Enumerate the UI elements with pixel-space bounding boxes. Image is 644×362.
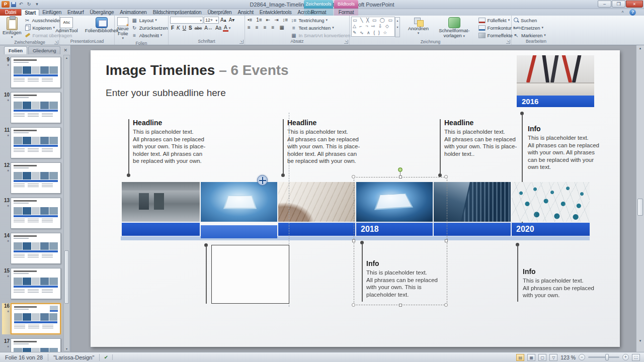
section-button[interactable]: ≡Abschnitt▾ bbox=[131, 32, 168, 39]
slide-thumbnail-15[interactable]: 15✶ bbox=[2, 268, 63, 299]
fit-to-window-icon[interactable]: ⛶ bbox=[632, 354, 640, 361]
zoom-slider-thumb[interactable] bbox=[605, 354, 609, 360]
timeline-event-6[interactable]: 2020 bbox=[512, 182, 590, 236]
arrange-button[interactable]: Anordnen▾ bbox=[407, 17, 430, 39]
pane-close-icon[interactable]: ✕ bbox=[63, 48, 67, 53]
timeline-event-2[interactable] bbox=[201, 182, 277, 238]
numbering-icon[interactable]: 1≡ bbox=[255, 17, 263, 24]
slide-subtitle[interactable]: Enter your subheadline here bbox=[106, 87, 226, 99]
shadow-button[interactable]: S bbox=[188, 25, 193, 32]
selection-handle-w[interactable] bbox=[352, 239, 355, 242]
tab-entwurf[interactable]: Entwurf bbox=[64, 9, 87, 16]
slide-title[interactable]: Image Timelines – 6 Events bbox=[106, 62, 289, 78]
admintool-button[interactable]: Abc AdminTool bbox=[54, 17, 78, 39]
slide-thumbnail-10[interactable]: 10✶ bbox=[2, 92, 63, 123]
font-color-button[interactable]: A bbox=[223, 25, 228, 32]
layout-button[interactable]: ▦Layout▾ bbox=[131, 17, 168, 24]
shapes-gallery[interactable]: ▭ ╲ ╳ ▭ ◯ ▭ △ ⌐ ¬ ⇨ ⇩ ◇ ✎ ∿ ∧ { } ☆ ▴ ▾ bbox=[351, 17, 395, 37]
timeline-event-3[interactable] bbox=[278, 182, 355, 236]
tab-folien[interactable]: Folien bbox=[4, 46, 27, 54]
decrease-indent-icon[interactable]: ⇤ bbox=[265, 17, 271, 24]
align-text-button[interactable]: ≡Text ausrichten▾ bbox=[290, 24, 350, 31]
slide-thumbnail-13[interactable]: 13✶ bbox=[2, 198, 63, 229]
scroll-up-icon[interactable]: ▴ bbox=[636, 46, 644, 50]
tab-animationen[interactable]: Animationen bbox=[117, 9, 149, 16]
timeline-event-2016[interactable]: 2016 bbox=[517, 55, 594, 107]
line-spacing-icon[interactable]: ↕≡ bbox=[282, 17, 289, 24]
close-button[interactable]: × bbox=[626, 1, 643, 8]
headline-block-2[interactable]: Headline This is placeholder text. All p… bbox=[287, 119, 372, 165]
selection-handle-s[interactable] bbox=[399, 304, 402, 307]
font-name-select[interactable]: ▾ bbox=[170, 17, 203, 24]
shapes-row-1[interactable]: ▭ ╲ ╳ ▭ ◯ ▭ bbox=[353, 18, 393, 23]
bold-button[interactable]: F bbox=[170, 25, 175, 32]
minimize-button[interactable]: ‒ bbox=[598, 1, 611, 8]
slide-thumbnail-17[interactable]: 17✶ bbox=[2, 338, 63, 352]
convert-smartart-button[interactable]: ▦In SmartArt konvertieren bbox=[290, 32, 350, 39]
character-spacing-button[interactable]: A↔ bbox=[203, 25, 214, 32]
shapes-row-3[interactable]: ✎ ∿ ∧ { } ☆ bbox=[353, 30, 393, 36]
shapes-scroll-up-icon[interactable]: ▴ bbox=[395, 18, 399, 24]
tab-einfuegen[interactable]: Einfügen bbox=[39, 9, 64, 16]
font-size-select[interactable]: 12+▾ bbox=[204, 17, 219, 24]
selection-handle-e[interactable] bbox=[445, 239, 448, 242]
scroll-thumb[interactable] bbox=[637, 199, 643, 216]
reading-view-button[interactable]: ▢ bbox=[538, 354, 546, 361]
tab-gliederung[interactable]: Gliederung bbox=[28, 46, 60, 54]
elevator-lobby-photo[interactable] bbox=[122, 182, 200, 222]
restore-button[interactable]: ❒ bbox=[612, 1, 625, 8]
selection-handle-ne[interactable] bbox=[444, 175, 448, 178]
tab-start[interactable]: Start bbox=[21, 9, 39, 16]
grow-font-icon[interactable]: A▴ bbox=[219, 17, 227, 24]
columns-icon[interactable]: ▦ bbox=[278, 24, 285, 31]
shape-outline-button[interactable]: Formkontur▾ bbox=[478, 24, 516, 31]
replace-button[interactable]: a⇄bErsetzen▾ bbox=[513, 24, 546, 31]
shrink-font-icon[interactable]: A▾ bbox=[228, 17, 236, 24]
editor-scrollbar[interactable]: ▴ ▾ bbox=[636, 45, 644, 352]
tab-ueberpruefen[interactable]: Überprüfen bbox=[204, 9, 234, 16]
pane-scrollbar[interactable]: ▴ ▾ bbox=[63, 55, 70, 351]
spellcheck-icon[interactable]: ✔ bbox=[100, 354, 113, 360]
quick-styles-button[interactable]: Schnellformat- vorlagen ▾ bbox=[438, 17, 470, 39]
selection-handle-se[interactable] bbox=[444, 303, 448, 307]
bullets-icon[interactable]: •≡ bbox=[247, 17, 253, 24]
slide-thumbnail-9[interactable]: 9✶ bbox=[2, 57, 63, 88]
increase-indent-icon[interactable]: ⇥ bbox=[273, 17, 279, 24]
slide-thumbnail-14[interactable]: 14✶ bbox=[2, 233, 63, 264]
info-block-bottom-right[interactable]: Info This is placeholder text. All phras… bbox=[523, 267, 603, 299]
align-center-icon[interactable]: ≡ bbox=[255, 24, 260, 31]
headline-block-1[interactable]: Headline This is placeholder text. All p… bbox=[133, 119, 217, 165]
people-network-photo[interactable] bbox=[512, 182, 590, 222]
scroll-down-icon[interactable]: ▾ bbox=[636, 339, 644, 343]
slide-thumbnail-16-selected[interactable]: 16✶ bbox=[2, 303, 63, 334]
find-button[interactable]: Suchen bbox=[513, 17, 546, 24]
selection-handle-nw[interactable] bbox=[352, 175, 355, 178]
selection-handle-n[interactable] bbox=[399, 175, 402, 178]
clipboard-dialog-launcher-icon[interactable]: ↘ bbox=[54, 40, 58, 44]
normal-view-button[interactable]: ▤ bbox=[516, 354, 524, 361]
tab-bildschirmpraesentation[interactable]: Bildschirmpräsentation bbox=[150, 9, 205, 16]
align-right-icon[interactable]: ≡ bbox=[263, 24, 268, 31]
tab-datei[interactable]: Datei bbox=[0, 9, 21, 16]
timeline-event-1[interactable] bbox=[122, 182, 200, 236]
help-icon[interactable]: ? bbox=[629, 9, 636, 16]
slide-canvas[interactable]: Image Timelines – 6 Events Enter your su… bbox=[91, 50, 620, 347]
pane-scroll-thumb[interactable] bbox=[64, 250, 69, 304]
reset-button[interactable]: ↻Zurücksetzen bbox=[131, 24, 168, 31]
info-block-top-right[interactable]: Info This is placeholder text. All phras… bbox=[528, 125, 603, 171]
select-button[interactable]: ↖Markieren▾ bbox=[513, 32, 546, 39]
headline-block-3[interactable]: Headline This is placeholder text. All p… bbox=[444, 119, 529, 157]
tab-format-picture[interactable]: Format bbox=[334, 9, 358, 16]
text-direction-button[interactable]: ↕≡Textrichtung▾ bbox=[290, 17, 350, 24]
change-case-button[interactable]: Aa bbox=[214, 25, 222, 32]
tab-format-drawing[interactable]: Format bbox=[304, 9, 333, 16]
slide-sorter-view-button[interactable]: ▦ bbox=[527, 354, 535, 361]
shapes-row-2[interactable]: △ ⌐ ¬ ⇨ ⇩ ◇ bbox=[353, 24, 393, 29]
zoom-slider[interactable] bbox=[588, 356, 619, 358]
pane-scroll-down-icon[interactable]: ▾ bbox=[64, 347, 69, 350]
italic-button[interactable]: K bbox=[176, 25, 181, 32]
paste-button[interactable]: Einfügen▾ bbox=[2, 17, 23, 40]
new-slide-button[interactable]: Neue Folie▾ bbox=[116, 17, 130, 41]
tab-uebergaenge[interactable]: Übergänge bbox=[87, 9, 117, 16]
slideshow-view-button[interactable]: ▽ bbox=[549, 354, 557, 361]
